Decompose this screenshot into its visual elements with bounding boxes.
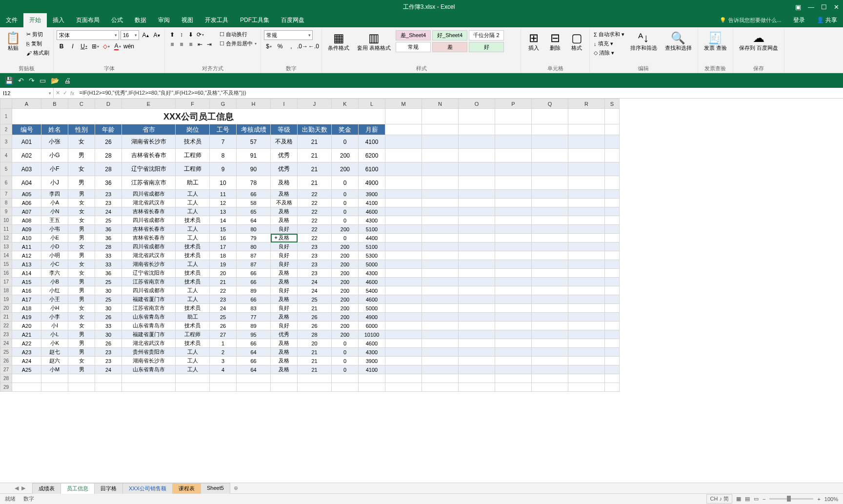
data-cell[interactable]: A08 — [12, 216, 41, 225]
data-cell[interactable]: 33 — [95, 251, 122, 260]
data-cell[interactable]: 33 — [95, 260, 122, 269]
data-cell[interactable]: 及格 — [271, 190, 298, 199]
data-cell[interactable]: 0 — [332, 357, 359, 365]
data-cell[interactable]: 22 — [298, 216, 332, 225]
data-cell[interactable]: 工人 — [176, 234, 210, 242]
data-cell[interactable]: 湖北省武汉市 — [122, 199, 176, 207]
data-cell[interactable]: A21 — [12, 330, 41, 339]
empty-cell[interactable] — [422, 383, 459, 392]
data-cell[interactable]: 21 — [298, 162, 332, 176]
data-cell[interactable]: 21 — [298, 149, 332, 162]
data-cell[interactable]: 21 — [298, 176, 332, 190]
font-name-combo[interactable]: 宋体 — [57, 30, 119, 40]
data-cell[interactable]: 不及格 — [271, 199, 298, 207]
data-cell[interactable]: 小明 — [41, 251, 68, 260]
data-cell[interactable]: 女 — [68, 269, 95, 278]
sheet-tab[interactable]: Sheet5 — [201, 483, 230, 494]
data-cell[interactable]: 小G — [41, 149, 68, 162]
data-cell[interactable]: 3900 — [359, 190, 385, 199]
data-cell[interactable]: 小张 — [41, 135, 68, 149]
row-header[interactable]: 22 — [0, 322, 12, 330]
data-cell[interactable]: 4600 — [359, 207, 385, 216]
empty-cell[interactable] — [122, 383, 176, 392]
copy-button[interactable]: ⎘ 复制 — [25, 40, 50, 48]
data-cell[interactable]: 22 — [210, 286, 237, 295]
data-cell[interactable]: 89 — [237, 322, 271, 330]
column-header[interactable]: P — [495, 99, 532, 109]
data-cell[interactable]: 工人 — [176, 365, 210, 374]
data-cell[interactable]: 26 — [95, 313, 122, 322]
data-cell[interactable]: 4400 — [359, 234, 385, 242]
row-header[interactable]: 24 — [0, 339, 12, 348]
data-cell[interactable]: 4900 — [359, 313, 385, 322]
row-header[interactable]: 10 — [0, 216, 12, 225]
empty-cell[interactable] — [68, 383, 95, 392]
data-cell[interactable]: 4600 — [359, 295, 385, 304]
data-cell[interactable]: 26 — [298, 313, 332, 322]
data-cell[interactable]: 技术员 — [176, 269, 210, 278]
data-cell[interactable]: 4300 — [359, 269, 385, 278]
column-header[interactable]: D — [95, 99, 122, 109]
share-button[interactable]: 👤 共享 — [811, 13, 843, 27]
column-header[interactable]: A — [12, 99, 41, 109]
ribbon-tab-1[interactable]: 开始 — [23, 13, 47, 27]
row-header[interactable]: 17 — [0, 278, 12, 286]
data-cell[interactable]: 王五 — [41, 216, 68, 225]
column-header[interactable]: L — [359, 99, 385, 109]
data-cell[interactable]: 24 — [95, 365, 122, 374]
accounting-icon[interactable]: $ — [264, 41, 274, 51]
row-header[interactable]: 11 — [0, 225, 12, 234]
row-header[interactable]: 6 — [0, 176, 12, 190]
data-cell[interactable]: A12 — [12, 251, 41, 260]
data-cell[interactable]: 4300 — [359, 216, 385, 225]
format-cells-button[interactable]: ▢格式 — [567, 30, 586, 52]
ribbon-tab-9[interactable]: PDF工具集 — [234, 13, 275, 27]
data-cell[interactable]: 男 — [68, 365, 95, 374]
data-cell[interactable]: 江苏省南京市 — [122, 278, 176, 286]
data-cell[interactable]: 小A — [41, 199, 68, 207]
data-cell[interactable]: 66 — [237, 295, 271, 304]
empty-cell[interactable] — [237, 374, 271, 383]
data-cell[interactable]: 湖南省长沙市 — [122, 357, 176, 365]
cell-style-item[interactable]: 差 — [432, 42, 467, 52]
empty-cell[interactable] — [12, 383, 41, 392]
row-header[interactable]: 12 — [0, 234, 12, 242]
empty-cell[interactable] — [605, 383, 620, 392]
data-cell[interactable]: 200 — [332, 162, 359, 176]
data-cell[interactable]: 良好 — [271, 242, 298, 251]
login-button[interactable]: 登录 — [787, 13, 811, 27]
data-cell[interactable]: 优秀 — [271, 162, 298, 176]
data-cell[interactable]: 小K — [41, 339, 68, 348]
data-cell[interactable]: 男 — [68, 330, 95, 339]
data-cell[interactable]: 24 — [298, 286, 332, 295]
data-cell[interactable]: 7 — [210, 135, 237, 149]
data-cell[interactable]: 24 — [95, 207, 122, 216]
empty-cell[interactable] — [568, 374, 605, 383]
align-right-icon[interactable]: ≡ — [186, 40, 195, 49]
data-cell[interactable]: 男 — [68, 295, 95, 304]
format-painter-button[interactable]: 🖌 格式刷 — [25, 49, 50, 57]
data-cell[interactable]: 22 — [298, 199, 332, 207]
data-cell[interactable]: 技术员 — [176, 135, 210, 149]
row-header[interactable]: 7 — [0, 190, 12, 199]
data-cell[interactable]: A23 — [12, 348, 41, 357]
empty-cell[interactable] — [298, 374, 332, 383]
data-cell[interactable]: 30 — [95, 304, 122, 313]
data-cell[interactable]: 工人 — [176, 199, 210, 207]
data-cell[interactable]: 6100 — [359, 162, 385, 176]
inc-decimal-icon[interactable]: .0→ — [298, 41, 307, 51]
data-cell[interactable]: 工人 — [176, 190, 210, 199]
empty-cell[interactable] — [385, 374, 422, 383]
data-cell[interactable]: 小C — [41, 260, 68, 269]
empty-cell[interactable] — [495, 374, 532, 383]
data-cell[interactable]: 200 — [332, 286, 359, 295]
row-header[interactable]: 3 — [0, 135, 12, 149]
row-header[interactable]: 4 — [0, 149, 12, 162]
italic-button[interactable]: I — [68, 41, 78, 51]
view-normal-icon[interactable]: ▦ — [736, 496, 741, 502]
data-cell[interactable]: 200 — [332, 225, 359, 234]
row-header[interactable]: 14 — [0, 251, 12, 260]
empty-cell[interactable] — [459, 374, 495, 383]
data-cell[interactable]: 66 — [237, 269, 271, 278]
data-cell[interactable]: 25 — [298, 295, 332, 304]
